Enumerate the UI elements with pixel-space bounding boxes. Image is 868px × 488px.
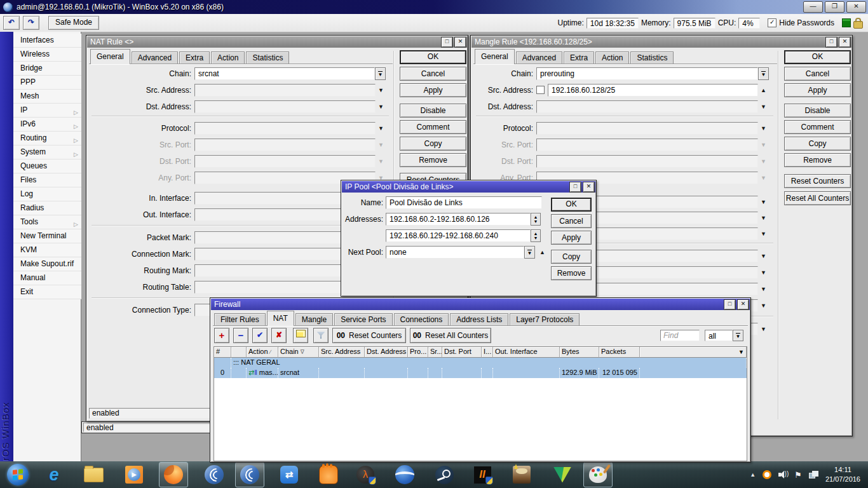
tab-extra[interactable]: Extra — [564, 51, 594, 64]
reset-all-counters-button[interactable]: Reset All Counters — [784, 191, 851, 205]
tray-expand-icon[interactable]: ▲ — [750, 471, 756, 478]
maximize-icon[interactable]: □ — [442, 37, 452, 47]
apply-button[interactable]: Apply — [551, 231, 592, 245]
sidebar-item-exit[interactable]: Exit — [13, 285, 81, 299]
tab-advanced[interactable]: Advanced — [516, 51, 562, 64]
negate-checkbox[interactable] — [536, 86, 545, 94]
sidebar-item-radius[interactable]: Radius — [13, 201, 81, 215]
sidebar-item-system[interactable]: System▷ — [13, 146, 81, 159]
taskbar-item-winbox-active[interactable] — [235, 462, 264, 487]
undo-icon[interactable]: ↶ — [3, 16, 20, 30]
chevron-down-icon[interactable]: ▼ — [524, 246, 535, 259]
taskbar-item-media-player[interactable]: ▶ — [119, 462, 149, 487]
chevron-down-icon[interactable]: ▼ — [375, 67, 386, 80]
chevron-down-icon[interactable]: ▼ — [761, 269, 766, 276]
sidebar-item-log[interactable]: Log — [13, 187, 81, 201]
close-button[interactable]: ✕ — [846, 1, 866, 13]
remove-button[interactable]: Remove — [551, 266, 592, 280]
addresses-input-1[interactable]: 192.168.60.2-192.168.60.126 — [386, 213, 531, 226]
chevron-down-icon[interactable]: ▼ — [758, 67, 769, 80]
spinner-icon[interactable]: ▲▼ — [531, 229, 541, 242]
taskbar-item-v-logo[interactable] — [548, 462, 577, 487]
chevron-down-icon[interactable]: ▼ — [761, 215, 766, 221]
next-pool-input[interactable]: none — [386, 246, 524, 259]
sidebar-item-manual[interactable]: Manual — [13, 271, 81, 285]
maximize-icon[interactable]: □ — [826, 37, 837, 47]
sidebar-item-ppp[interactable]: PPP — [13, 76, 81, 90]
column-header-chain[interactable]: Chain ∇ — [278, 347, 319, 358]
cancel-button[interactable]: Cancel — [784, 67, 851, 81]
sidebar-item-ipv6[interactable]: IPv6▷ — [13, 118, 81, 132]
remove-icon[interactable]: − — [233, 328, 248, 343]
close-icon[interactable]: ✕ — [738, 300, 749, 309]
column-select-icon[interactable]: ▼ — [738, 349, 744, 355]
tab-action[interactable]: Action — [211, 51, 245, 64]
hide-passwords-checkbox[interactable]: ✓ — [768, 18, 776, 27]
maximize-icon[interactable]: □ — [570, 182, 581, 192]
close-icon[interactable]: ✕ — [839, 37, 850, 47]
taskbar-item-black-ops-2[interactable]: II — [468, 462, 497, 487]
taskbar-item-google-earth[interactable] — [390, 462, 419, 487]
taskbar-clock[interactable]: 14:11 21/07/2016 — [825, 465, 868, 484]
remove-button[interactable]: Remove — [784, 153, 851, 167]
taskbar-item-half-life[interactable]: λ — [351, 462, 380, 487]
tray-app-icon[interactable] — [763, 470, 771, 479]
network-icon[interactable] — [809, 471, 818, 478]
close-icon[interactable]: ✕ — [455, 37, 466, 47]
minimize-button[interactable]: — — [803, 1, 823, 13]
sidebar-item-interfaces[interactable]: Interfaces — [13, 34, 81, 48]
tab-general[interactable]: General — [90, 49, 130, 64]
cancel-button[interactable]: Cancel — [551, 214, 592, 228]
comment-button[interactable]: Comment — [784, 120, 851, 134]
maximize-button[interactable]: ❐ — [825, 1, 844, 13]
tab-connections[interactable]: Connections — [394, 313, 449, 326]
column-header-dst-address[interactable]: Dst. Address — [365, 347, 408, 358]
sidebar-item-bridge[interactable]: Bridge — [13, 62, 81, 76]
chevron-up-icon[interactable]: ▲ — [539, 249, 545, 255]
tab-statistics[interactable]: Statistics — [246, 51, 289, 64]
tab-extra[interactable]: Extra — [179, 51, 210, 64]
mangle-rule-titlebar[interactable]: Mangle Rule <192.168.60.128/25> □ ✕ — [471, 36, 851, 48]
disable-icon[interactable]: ✘ — [271, 328, 287, 343]
filter-select[interactable]: all — [705, 330, 733, 341]
chevron-down-icon[interactable]: ▼ — [761, 231, 766, 237]
sidebar-item-routing[interactable]: Routing▷ — [13, 132, 81, 146]
column-header-out-interface[interactable]: Out. Interface — [493, 347, 560, 358]
reset-all-counters-button[interactable]: 00Reset All Counters — [410, 328, 491, 343]
tab-layer7-protocols[interactable]: Layer7 Protocols — [510, 313, 580, 326]
column-header-icon[interactable] — [231, 347, 247, 358]
taskbar-item-internet-explorer[interactable]: e — [39, 462, 69, 487]
chevron-down-icon[interactable]: ▼ — [761, 286, 766, 292]
disable-button[interactable]: Disable — [400, 104, 466, 118]
remove-button[interactable]: Remove — [400, 153, 466, 167]
cancel-button[interactable]: Cancel — [400, 67, 466, 81]
ok-button[interactable]: OK — [551, 198, 592, 212]
copy-button[interactable]: Copy — [400, 137, 466, 151]
ok-button[interactable]: OK — [400, 50, 466, 64]
chain-input[interactable]: srcnat — [194, 67, 375, 80]
column-header-packets[interactable]: Packets — [599, 347, 640, 358]
firewall-titlebar[interactable]: Firewall □ ✕ — [211, 299, 750, 310]
filter-icon[interactable] — [313, 328, 329, 343]
sidebar-item-wireless[interactable]: Wireless — [13, 48, 81, 62]
tab-advanced[interactable]: Advanced — [132, 51, 178, 64]
spinner-icon[interactable]: ▲▼ — [531, 213, 541, 226]
find-input[interactable] — [660, 330, 700, 341]
chevron-down-icon[interactable]: ▼ — [761, 104, 766, 110]
taskbar-item-teamviewer[interactable]: ⇄ — [275, 462, 304, 487]
reset-counters-button[interactable]: Reset Counters — [784, 174, 851, 188]
chevron-up-icon[interactable]: ▲ — [761, 87, 766, 93]
sidebar-item-mesh[interactable]: Mesh — [13, 90, 81, 104]
chevron-down-icon[interactable]: ▼ — [761, 302, 766, 309]
column-header-protocol[interactable]: Pro... — [408, 347, 428, 358]
apply-button[interactable]: Apply — [400, 83, 466, 97]
apply-button[interactable]: Apply — [784, 83, 851, 97]
volume-icon[interactable]: )) — [778, 471, 787, 478]
tab-mangle[interactable]: Mangle — [295, 313, 333, 326]
column-header-src-port[interactable]: Sr... — [428, 347, 442, 358]
sidebar-item-files[interactable]: Files — [13, 173, 81, 187]
sidebar-item-make-supout[interactable]: Make Supout.rif — [13, 257, 81, 271]
src-address-input[interactable] — [194, 84, 376, 97]
sidebar-item-kvm[interactable]: KVM — [13, 243, 81, 257]
comment-button[interactable]: Comment — [400, 120, 466, 134]
